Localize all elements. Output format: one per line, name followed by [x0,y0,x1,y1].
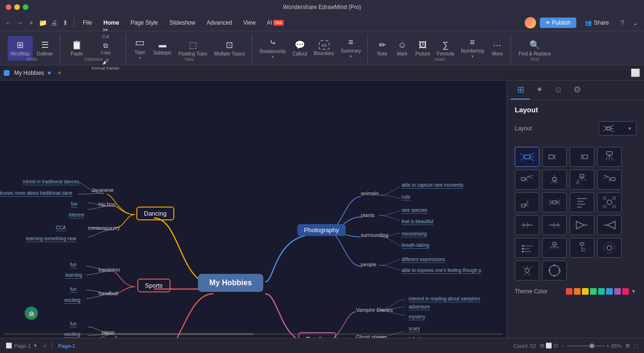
active-page[interactable]: Page-1 [58,343,75,349]
layout-center-h[interactable] [542,192,567,212]
leaf-rare-species: rare species [402,208,427,214]
canvas[interactable]: My Hobbies Dancing Javanese hip hop cont… [0,81,507,338]
subtopic-btn[interactable]: ▬ Subtopic [151,36,175,61]
layout-select[interactable]: ▼ [599,121,636,136]
layout-org-down[interactable] [542,238,567,258]
view-icons[interactable]: ⊞ ⬜ ⊡ [540,343,558,349]
topic-dancing[interactable]: Dancing [136,207,174,220]
more-btn[interactable]: ⋯ More [488,36,507,61]
sub-vampire[interactable]: Vampire Diaries [356,307,393,313]
sub-ghost[interactable]: Ghost stories [356,334,387,338]
sub-contemporary[interactable]: contemporary [88,225,120,231]
fullscreen-btn[interactable]: ⬚ [634,343,638,349]
layout-top-branch[interactable] [570,170,594,190]
add-page-btn[interactable]: + [43,343,46,349]
theme-color-control[interactable]: ▼ [566,288,636,295]
swatch-purple [614,288,621,295]
sub-hiphop[interactable]: hip hop [98,201,116,207]
layout-arrow-left[interactable] [597,215,622,235]
layout-scatter[interactable] [597,192,622,212]
leaf-sports-fun1: fun [70,262,77,268]
relationship-btn[interactable]: ⤷ Relationship ▼ [257,36,289,61]
minimize-button[interactable] [14,4,20,10]
menu-slideshow[interactable]: Slideshow [165,18,200,28]
center-node[interactable]: My Hobbies [198,274,263,292]
sub-surrounding[interactable]: surrounding [361,232,388,238]
topic-photography[interactable]: Photography [297,224,346,236]
history-forward[interactable]: → [15,18,25,27]
panel-tab-sparkle[interactable]: ✦ [530,81,549,100]
sub-handball[interactable]: handball [98,290,118,296]
svg-point-66 [613,205,616,208]
cut-btn[interactable]: ✂ Cut [89,25,122,40]
zoom-plus[interactable]: + [607,343,609,349]
page-dropdown[interactable]: ▼ [33,343,37,348]
layout-center-tree[interactable] [542,170,567,190]
help-btn[interactable]: ? [617,18,627,27]
layout-dots[interactable] [515,238,539,258]
sub-badminton[interactable]: baminton [98,267,120,272]
zoom-control[interactable]: − + 85% [562,343,622,349]
center-node-label: My Hobbies [209,279,252,287]
multiple-topics-btn[interactable]: ⊡ Multiple Topics [211,36,248,61]
panel-tab-layout[interactable]: ⊞ [511,81,530,100]
zoom-minus[interactable]: − [562,343,564,349]
topic-btn[interactable]: ▭ Topic ▼ [131,36,150,61]
layout-top-right[interactable] [570,192,594,212]
layout-right-branch[interactable] [597,170,622,190]
zoom-handle[interactable] [590,344,594,348]
summary-btn[interactable]: ≡ Summary ▼ [338,36,364,61]
panel-tab-settings[interactable]: ⚙ [568,81,587,100]
layout-topdown[interactable] [597,147,622,167]
note-btn[interactable]: ✏ Note [373,36,392,61]
user-avatar[interactable] [525,17,536,28]
layout-balanced[interactable] [515,147,539,167]
mark-btn[interactable]: ☺ Mark [393,36,411,61]
sub-animals[interactable]: animals [361,190,379,196]
maximize-button[interactable] [23,4,28,10]
sub-plants[interactable]: plants [361,212,375,218]
export-btn[interactable]: ⬆ [61,18,70,27]
layout-cluster[interactable] [515,261,539,281]
sub-piano[interactable]: piano [102,329,115,335]
add-tab-btn[interactable]: + [54,68,64,78]
fit-screen-btn[interactable]: ⊠ [626,343,630,349]
print-btn[interactable]: 🖨 [49,18,59,27]
history-back[interactable]: ← [4,18,13,27]
layout-right[interactable] [542,147,567,167]
layout-bottom-left[interactable] [515,192,539,212]
panel-tab-location[interactable]: ☺ [549,81,568,100]
boundary-btn[interactable]: ▭ Boundary [311,36,337,61]
layout-left[interactable] [570,147,594,167]
layout-grid [507,143,644,284]
menu-ai[interactable]: AI Hot [262,18,288,28]
close-button[interactable] [6,4,11,10]
menu-view[interactable]: View [239,18,260,28]
open-btn[interactable]: 📁 [38,18,47,27]
sub-javanese[interactable]: Javanese [91,187,114,193]
layout-left-branch[interactable] [515,170,539,190]
add-btn[interactable]: + [27,18,36,27]
menu-pagestyle[interactable]: Page Style [126,18,163,28]
layout-org-single[interactable] [570,238,594,258]
callout-btn[interactable]: 💬 Callout [290,36,310,61]
topic-reading[interactable]: Reading [298,332,336,338]
format-painter-label: Format Painter [91,66,120,71]
layout-fish-left[interactable] [515,215,539,235]
picture-btn[interactable]: 🖼 Picture [412,36,433,61]
publish-button[interactable]: ✈ Publish [540,18,576,28]
share-button[interactable]: 👥 Share [580,18,614,28]
topic-sports[interactable]: Sports [137,279,170,292]
numbering-btn[interactable]: ≡ Numbering ▼ [458,36,487,61]
collapse-btn[interactable]: ⌄ [631,18,640,27]
layout-arrow-right[interactable] [570,215,594,235]
layout-circle[interactable] [542,261,567,281]
zoom-line[interactable] [567,345,605,346]
layout-radial[interactable] [597,238,622,258]
layout-fish-right[interactable] [542,215,567,235]
page-selector[interactable]: ⬜ Page-1 ▼ [6,343,37,349]
copy-btn[interactable]: ⧉ Copy [89,41,122,56]
maximize-tab-btn[interactable]: ⬜ [631,68,640,78]
sub-people[interactable]: people [361,262,376,267]
menu-advanced[interactable]: Advanced [202,18,236,28]
